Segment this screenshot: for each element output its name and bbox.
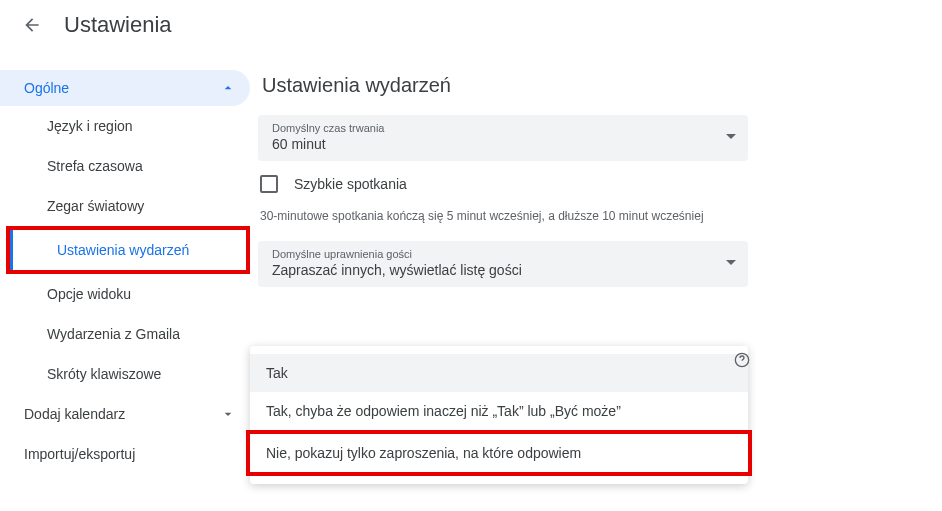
speedy-meetings-hint: 30-minutowe spotkania kończą się 5 minut… <box>258 209 942 223</box>
chevron-down-icon <box>220 406 236 422</box>
select-label: Domyślny czas trwania <box>272 121 384 135</box>
dropdown-option-label: Nie, pokazuj tylko zaproszenia, na które… <box>266 445 581 461</box>
sidebar-item-label: Zegar światowy <box>47 198 144 214</box>
header: Ustawienia <box>0 0 942 56</box>
dropdown-option-yes[interactable]: Tak <box>250 354 748 392</box>
sidebar: Ogólne Język i region Strefa czasowa Zeg… <box>0 56 250 474</box>
select-default-duration[interactable]: Domyślny czas trwania 60 minut <box>258 115 748 161</box>
highlight-sidebar: Ustawienia wydarzeń <box>6 226 250 274</box>
caret-down-icon <box>726 258 736 268</box>
select-value: 60 minut <box>272 135 384 153</box>
page-title: Ustawienia <box>64 12 172 38</box>
main-content: Ustawienia wydarzeń Domyślny czas trwani… <box>250 56 942 474</box>
layout: Ogólne Język i region Strefa czasowa Zeg… <box>0 56 942 474</box>
sidebar-secondary-label: Importuj/eksportuj <box>24 446 135 462</box>
dropdown-option-label: Tak, chyba że odpowiem inaczej niż „Tak”… <box>266 403 621 419</box>
speedy-meetings-checkbox[interactable] <box>260 175 278 193</box>
sidebar-item-timezone[interactable]: Strefa czasowa <box>0 146 250 186</box>
sidebar-section-general[interactable]: Ogólne <box>0 70 250 106</box>
highlight-dropdown: Nie, pokazuj tylko zaproszenia, na które… <box>246 430 752 476</box>
sidebar-item-label: Strefa czasowa <box>47 158 143 174</box>
select-text: Domyślne uprawnienia gości Zapraszać inn… <box>272 247 522 279</box>
dropdown-option-yes-unless[interactable]: Tak, chyba że odpowiem inaczej niż „Tak”… <box>250 392 748 430</box>
chevron-up-icon <box>220 80 236 96</box>
select-text: Domyślny czas trwania 60 minut <box>272 121 384 153</box>
sidebar-item-shortcuts[interactable]: Skróty klawiszowe <box>0 354 250 394</box>
sidebar-item-view-options[interactable]: Opcje widoku <box>0 274 250 314</box>
sidebar-item-label: Ustawienia wydarzeń <box>57 242 189 258</box>
speedy-meetings-label: Szybkie spotkania <box>294 176 407 192</box>
sidebar-import-export[interactable]: Importuj/eksportuj <box>0 434 250 474</box>
sidebar-add-calendar[interactable]: Dodaj kalendarz <box>0 394 250 434</box>
sidebar-section-label: Ogólne <box>24 80 69 96</box>
back-arrow-icon[interactable] <box>22 15 42 35</box>
dropdown-option-label: Tak <box>266 365 288 381</box>
sidebar-item-label: Język i region <box>47 118 133 134</box>
caret-down-icon <box>726 132 736 142</box>
sidebar-item-label: Skróty klawiszowe <box>47 366 161 382</box>
sidebar-subitems: Język i region Strefa czasowa Zegar świa… <box>0 106 250 394</box>
sidebar-item-language[interactable]: Język i region <box>0 106 250 146</box>
select-guest-permissions[interactable]: Domyślne uprawnienia gości Zapraszać inn… <box>258 241 748 287</box>
speedy-meetings-row: Szybkie spotkania <box>258 175 942 193</box>
dropdown-option-no[interactable]: Nie, pokazuj tylko zaproszenia, na które… <box>250 434 748 472</box>
invitations-dropdown: Tak Tak, chyba że odpowiem inaczej niż „… <box>250 346 748 484</box>
sidebar-item-label: Opcje widoku <box>47 286 131 302</box>
sidebar-item-gmail-events[interactable]: Wydarzenia z Gmaila <box>0 314 250 354</box>
select-value: Zapraszać innych, wyświetlać listę gości <box>272 261 522 279</box>
sidebar-item-label: Wydarzenia z Gmaila <box>47 326 180 342</box>
sidebar-item-worldclock[interactable]: Zegar światowy <box>0 186 250 226</box>
sidebar-item-event-settings[interactable]: Ustawienia wydarzeń <box>10 230 246 270</box>
sidebar-secondary-label: Dodaj kalendarz <box>24 406 125 422</box>
help-icon[interactable] <box>734 352 750 368</box>
section-title: Ustawienia wydarzeń <box>258 74 942 97</box>
select-label: Domyślne uprawnienia gości <box>272 247 522 261</box>
